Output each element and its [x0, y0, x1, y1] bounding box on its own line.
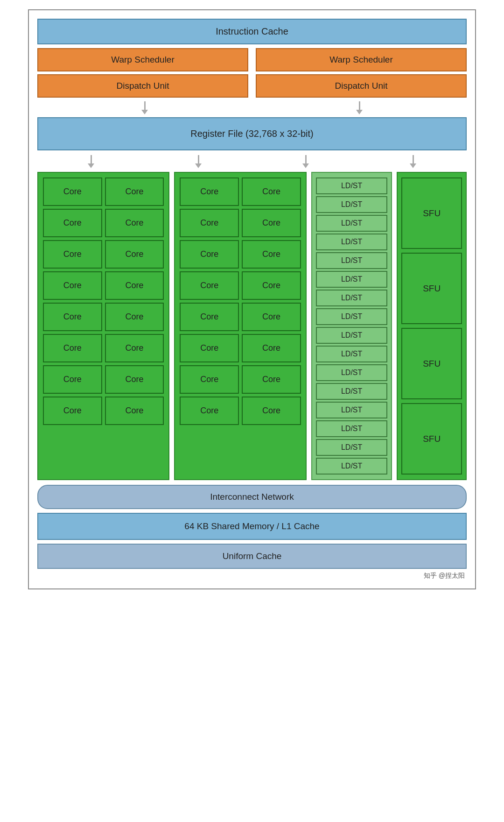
gpu-diagram: Instruction Cache Warp Scheduler Warp Sc…: [28, 9, 476, 589]
core-row-2-5: Core Core: [180, 303, 301, 331]
core-cell: Core: [180, 365, 239, 394]
dispatch-unit-left: Dispatch Unit: [37, 74, 248, 98]
core-cell: Core: [105, 177, 164, 206]
core-cell: Core: [242, 397, 301, 425]
core-cell: Core: [105, 365, 164, 394]
core-row-1-8: Core Core: [43, 397, 164, 425]
core-cell: Core: [180, 334, 239, 362]
ldst-cell-13: LD/ST: [316, 402, 387, 418]
ldst-cell-16: LD/ST: [316, 458, 387, 475]
core-row-2-1: Core Core: [180, 177, 301, 206]
shared-memory: 64 KB Shared Memory / L1 Cache: [37, 513, 467, 540]
ldst-cell-12: LD/ST: [316, 383, 387, 400]
core-cell: Core: [43, 303, 102, 331]
core-cell: Core: [180, 240, 239, 269]
core-row-2-4: Core Core: [180, 271, 301, 300]
warp-scheduler-left: Warp Scheduler: [37, 48, 248, 71]
core-row-1-5: Core Core: [43, 303, 164, 331]
core-cell: Core: [43, 271, 102, 300]
ldst-cell-2: LD/ST: [316, 196, 387, 213]
ldst-cell-11: LD/ST: [316, 364, 387, 381]
watermark: 知乎 @捏太阳: [37, 572, 467, 580]
core-cell: Core: [242, 177, 301, 206]
arrow-down-5: [302, 155, 309, 168]
dispatch-unit-row: Dispatch Unit Dispatch Unit: [37, 74, 467, 98]
arrows-register-units: [37, 155, 467, 168]
core-cell: Core: [242, 365, 301, 394]
ldst-cell-3: LD/ST: [316, 215, 387, 232]
register-file: Register File (32,768 x 32-bit): [37, 117, 467, 150]
core-cell: Core: [43, 209, 102, 237]
ldst-cell-8: LD/ST: [316, 308, 387, 325]
arrow-down-4: [195, 155, 202, 168]
core-cell: Core: [242, 209, 301, 237]
core-group-1: Core Core Core Core Core Core Core Core …: [37, 172, 169, 480]
ldst-cell-7: LD/ST: [316, 290, 387, 306]
sfu-cell-4: SFU: [401, 403, 462, 475]
warp-scheduler-row: Warp Scheduler Warp Scheduler: [37, 48, 467, 71]
ldst-cell-14: LD/ST: [316, 420, 387, 437]
ldst-group: LD/ST LD/ST LD/ST LD/ST LD/ST LD/ST LD/S…: [311, 172, 392, 480]
ldst-cell-9: LD/ST: [316, 327, 387, 344]
arrow-down-3: [88, 155, 94, 168]
uniform-cache: Uniform Cache: [37, 544, 467, 569]
ldst-cell-4: LD/ST: [316, 234, 387, 250]
core-row-1-2: Core Core: [43, 209, 164, 237]
sfu-cell-3: SFU: [401, 328, 462, 399]
core-cell: Core: [180, 271, 239, 300]
ldst-cell-1: LD/ST: [316, 177, 387, 194]
core-cell: Core: [43, 240, 102, 269]
core-cell: Core: [105, 209, 164, 237]
core-cell: Core: [180, 209, 239, 237]
instruction-cache: Instruction Cache: [37, 19, 467, 44]
core-cell: Core: [180, 397, 239, 425]
core-row-1-1: Core Core: [43, 177, 164, 206]
core-row-2-3: Core Core: [180, 240, 301, 269]
arrow-down-2: [356, 101, 363, 114]
core-row-2-6: Core Core: [180, 334, 301, 362]
ldst-cell-10: LD/ST: [316, 346, 387, 362]
core-cell: Core: [180, 303, 239, 331]
core-cell: Core: [242, 334, 301, 362]
core-row-1-3: Core Core: [43, 240, 164, 269]
core-cell: Core: [242, 240, 301, 269]
dispatch-unit-right: Dispatch Unit: [256, 74, 467, 98]
core-row-1-6: Core Core: [43, 334, 164, 362]
core-row-2-8: Core Core: [180, 397, 301, 425]
core-cell: Core: [43, 365, 102, 394]
ldst-cell-6: LD/ST: [316, 271, 387, 288]
core-cell: Core: [105, 397, 164, 425]
core-group-2: Core Core Core Core Core Core Core Core …: [174, 172, 306, 480]
core-row-2-2: Core Core: [180, 209, 301, 237]
core-cell: Core: [242, 271, 301, 300]
arrow-down-6: [410, 155, 416, 168]
core-cell: Core: [105, 334, 164, 362]
core-cell: Core: [242, 303, 301, 331]
units-row: Core Core Core Core Core Core Core Core …: [37, 172, 467, 480]
core-cell: Core: [180, 177, 239, 206]
sfu-cell-2: SFU: [401, 253, 462, 324]
warp-scheduler-right: Warp Scheduler: [256, 48, 467, 71]
core-cell: Core: [105, 303, 164, 331]
core-cell: Core: [105, 240, 164, 269]
core-cell: Core: [43, 334, 102, 362]
core-cell: Core: [43, 177, 102, 206]
arrow-down-1: [141, 101, 148, 114]
core-row-2-7: Core Core: [180, 365, 301, 394]
core-row-1-4: Core Core: [43, 271, 164, 300]
sfu-group: SFU SFU SFU SFU: [397, 172, 467, 480]
interconnect-network: Interconnect Network: [37, 485, 467, 509]
core-row-1-7: Core Core: [43, 365, 164, 394]
ldst-cell-5: LD/ST: [316, 252, 387, 269]
core-cell: Core: [43, 397, 102, 425]
core-cell: Core: [105, 271, 164, 300]
ldst-cell-15: LD/ST: [316, 439, 387, 456]
arrows-dispatch-register: [37, 101, 467, 114]
sfu-cell-1: SFU: [401, 177, 462, 249]
